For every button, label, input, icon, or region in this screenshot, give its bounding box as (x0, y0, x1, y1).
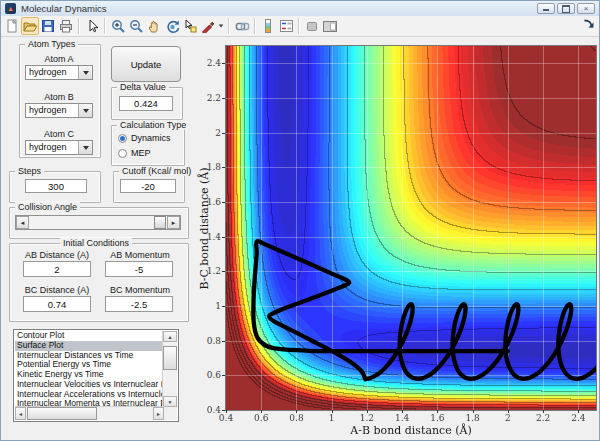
minimize-icon (543, 9, 549, 11)
x-tick-mark (367, 410, 368, 413)
zoom-out-icon (129, 19, 144, 34)
x-tick-label: 1.6 (422, 413, 452, 423)
y-tick-label: 0.4 (195, 405, 221, 415)
x-tick-label: 2 (493, 413, 523, 423)
horizontal-scroll-thumb[interactable] (27, 407, 97, 420)
rotate-3d-button[interactable] (163, 17, 181, 35)
vertical-scroll-thumb[interactable] (163, 346, 177, 370)
x-tick-mark (543, 410, 544, 413)
edit-plot-button[interactable] (83, 17, 101, 35)
insert-legend-button[interactable] (277, 17, 295, 35)
y-tick-mark (222, 202, 225, 203)
ab-momentum-field[interactable]: -5 (105, 261, 173, 277)
x-tick-label: 1 (317, 413, 347, 423)
radio-mep[interactable]: MEP (118, 148, 151, 158)
scroll-down-button[interactable]: ▼ (163, 396, 177, 407)
toolbar-separator (78, 18, 80, 34)
y-tick-mark (222, 375, 225, 376)
radio-unselected-icon (118, 149, 127, 158)
y-tick-mark (222, 63, 225, 64)
atom-a-value: hydrogen (29, 67, 67, 77)
hide-plot-tools-icon (305, 19, 319, 33)
atom-b-value: hydrogen (29, 105, 67, 115)
x-tick-label: 2.4 (563, 413, 593, 423)
delta-value-field[interactable]: 0.424 (119, 96, 173, 111)
new-file-button[interactable] (3, 17, 21, 35)
cursor-arrow-icon (86, 19, 99, 33)
y-tick-mark (222, 133, 225, 134)
atom-c-value: hydrogen (29, 142, 67, 152)
atom-a-dropdown[interactable]: hydrogen (25, 65, 93, 80)
y-tick-mark (222, 167, 225, 168)
steps-field[interactable]: 300 (25, 179, 87, 193)
atom-b-dropdown[interactable]: hydrogen (25, 103, 93, 118)
x-tick-label: 1.4 (387, 413, 417, 423)
show-plot-tools-dock-icon (322, 19, 338, 33)
y-tick-label: 2.4 (195, 58, 221, 68)
chevron-down-icon (83, 71, 89, 75)
y-tick-mark (222, 271, 225, 272)
insert-colorbar-button[interactable] (259, 17, 277, 35)
slider-thumb[interactable] (154, 216, 166, 229)
title-bar[interactable]: ▲ Molecular Dynamics × (1, 1, 599, 17)
cutoff-field[interactable]: -20 (120, 179, 176, 193)
atom-a-dropdown-button[interactable] (78, 66, 92, 79)
plot-type-list-items: Contour PlotSurface PlotInternuclear Dis… (15, 331, 164, 409)
y-tick-label: 0.6 (195, 370, 221, 380)
listbox-vertical-scrollbar[interactable]: ▲ ▼ (162, 331, 177, 420)
bc-momentum-field[interactable]: -2.5 (105, 296, 173, 312)
close-button[interactable]: × (577, 3, 595, 14)
update-button[interactable]: Update (111, 46, 181, 82)
dropdown-caret-icon (219, 24, 224, 27)
brush-dropdown-button[interactable] (217, 17, 225, 35)
zoom-in-button[interactable] (109, 17, 127, 35)
scroll-right-button[interactable]: ► (153, 407, 164, 420)
data-cursor-button[interactable] (181, 17, 199, 35)
x-tick-label: 1.8 (458, 413, 488, 423)
print-button[interactable] (57, 17, 75, 35)
link-plot-button[interactable] (233, 17, 251, 35)
calculation-type-group: Calculation Type Dynamics MEP (111, 125, 185, 166)
x-tick-label: 2.2 (528, 413, 558, 423)
atom-c-dropdown-button[interactable] (78, 141, 92, 154)
atom-c-dropdown[interactable]: hydrogen (25, 140, 93, 155)
radio-selected-icon (118, 134, 127, 143)
atom-types-group-label: Atom Types (25, 39, 78, 49)
potential-energy-surface-plot[interactable] (225, 45, 597, 411)
open-file-button[interactable] (21, 17, 39, 35)
hide-plot-tools-button[interactable] (303, 17, 321, 35)
x-tick-mark (226, 410, 227, 413)
x-tick-label: 0.6 (246, 413, 276, 423)
slider-left-arrow[interactable]: ◄ (16, 216, 29, 229)
save-button[interactable] (39, 17, 57, 35)
bc-momentum-label: BC Momentum (105, 285, 175, 295)
brush-button[interactable] (199, 17, 217, 35)
scroll-left-button[interactable]: ◄ (15, 407, 26, 420)
collision-angle-label: Collision Angle (15, 202, 80, 212)
radio-dynamics[interactable]: Dynamics (118, 133, 171, 143)
show-plot-tools-button[interactable] (321, 17, 339, 35)
x-tick-mark (473, 410, 474, 413)
scroll-up-button[interactable]: ▲ (163, 331, 177, 342)
plot-type-listbox[interactable]: Contour PlotSurface PlotInternuclear Dis… (13, 329, 179, 422)
bc-distance-field[interactable]: 0.74 (23, 296, 91, 312)
hand-icon (147, 19, 161, 33)
atom-b-dropdown-button[interactable] (78, 104, 92, 117)
maximize-button[interactable] (557, 3, 575, 14)
minimize-button[interactable] (537, 3, 555, 14)
pan-button[interactable] (145, 17, 163, 35)
x-tick-mark (578, 410, 579, 413)
x-tick-label: 0.8 (281, 413, 311, 423)
dock-figure-arrow-icon[interactable] (583, 19, 595, 31)
listbox-horizontal-scrollbar[interactable]: ◄ ► (15, 406, 164, 420)
ab-distance-field[interactable]: 2 (23, 261, 91, 277)
calculation-type-label: Calculation Type (117, 120, 189, 130)
legend-icon (279, 19, 294, 33)
zoom-out-button[interactable] (127, 17, 145, 35)
colorbar-icon (261, 19, 275, 33)
collision-angle-slider[interactable]: ◄ ► (15, 215, 181, 230)
cutoff-label: Cutoff (Kcal/ mol) (119, 166, 194, 176)
open-folder-icon (23, 19, 38, 33)
initial-conditions-label: Initial Conditions (60, 238, 132, 248)
slider-right-arrow[interactable]: ► (167, 216, 180, 229)
